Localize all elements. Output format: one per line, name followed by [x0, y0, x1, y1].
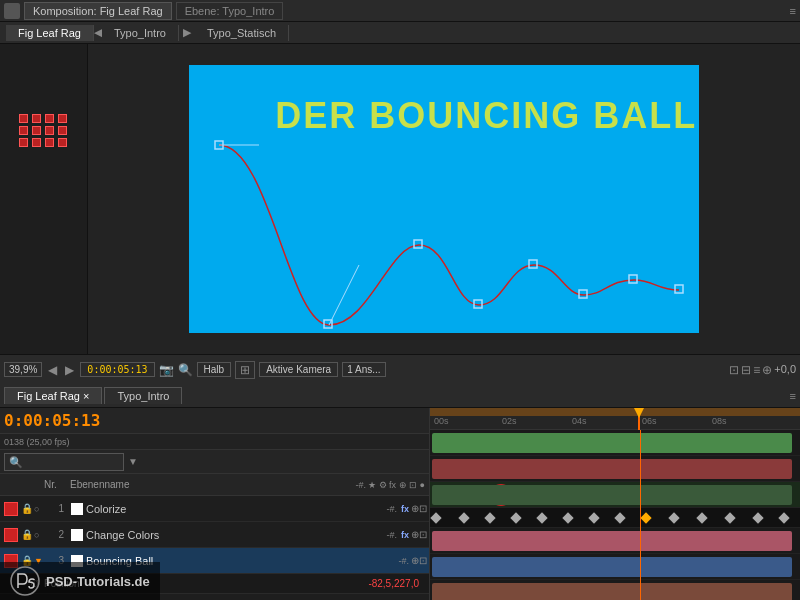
- tl-right-panel: 00s 02s 04s 06s 08s: [430, 408, 800, 600]
- layer-1-star: -#.: [386, 504, 397, 514]
- keyframe-sq-7: [629, 275, 637, 283]
- grid-sq-6: [32, 126, 41, 135]
- top-bar: Komposition: Fig Leaf Rag Ebene: Typo_In…: [0, 0, 800, 22]
- playhead-line-ruler: [638, 408, 640, 430]
- tl-options-btn[interactable]: ≡: [790, 390, 796, 402]
- fps-display: 0138 (25,00 fps): [4, 437, 70, 447]
- tool-icon-4[interactable]: ⊕: [762, 363, 772, 377]
- kf-diamond-current: [640, 512, 651, 523]
- layer-1-solo[interactable]: ○: [34, 504, 46, 514]
- layer-2-white-box: [71, 529, 83, 541]
- col-mode-icon: ★ ⚙ fx ⊕ ⊡ ●: [368, 480, 425, 490]
- arrow-right-icon[interactable]: ▶: [65, 363, 74, 377]
- tl-tab-typointro[interactable]: Typo_Intro: [104, 387, 182, 404]
- keyframe-sq-3: [414, 240, 422, 248]
- comp-tab-typostatisch[interactable]: Typo_Statisch: [195, 25, 289, 41]
- ruler-orange-bar: [430, 408, 800, 416]
- layer-2-star: -#.: [386, 530, 397, 540]
- kf-diamond-10: [696, 512, 707, 523]
- kf-diamond-7: [588, 512, 599, 523]
- layer-search-input[interactable]: [4, 453, 124, 471]
- timecode-display[interactable]: 0:00:05:13: [80, 362, 154, 377]
- kf-diamond-3: [484, 512, 495, 523]
- grid-sq-4: [58, 114, 67, 123]
- track-4: [430, 528, 800, 554]
- ruler-mark-4s: 04s: [572, 416, 587, 426]
- ruler-mark-8s: 08s: [712, 416, 727, 426]
- layer-2-lock[interactable]: 🔒: [20, 529, 34, 540]
- red-squares-grid: [19, 114, 68, 147]
- grid-icon[interactable]: ⊞: [235, 361, 255, 379]
- tab-sep-1: ◀: [94, 26, 102, 39]
- layer-1-lock[interactable]: 🔒: [20, 503, 34, 514]
- track-bar-5: [432, 557, 792, 577]
- layer-2-more: ⊕⊡: [411, 529, 427, 540]
- comp-tab-figleafrag[interactable]: Fig Leaf Rag: [6, 25, 94, 41]
- grid-sq-5: [19, 126, 28, 135]
- layer-3-more: ⊕⊡: [411, 555, 427, 566]
- grid-sq-9: [19, 138, 28, 147]
- kf-diamond-8: [614, 512, 625, 523]
- layer-2-name: Change Colors: [86, 529, 384, 541]
- tl-tab-figleafrag[interactable]: Fig Leaf Rag ×: [4, 387, 102, 404]
- watermark-text: PSD-Tutorials.de: [46, 574, 150, 589]
- tool-icon-1[interactable]: ⊡: [729, 363, 739, 377]
- camera-dropdown[interactable]: Aktive Kamera: [259, 362, 338, 377]
- layer-2-fx: fx: [401, 530, 409, 540]
- layer-2-changecolors[interactable]: 🔒 ○ 2 Change Colors -#. fx ⊕⊡: [0, 522, 429, 548]
- preview-canvas: DER BOUNCING BALL: [88, 44, 800, 354]
- motion-path: [219, 145, 679, 325]
- quality-dropdown[interactable]: Halb: [197, 362, 232, 377]
- layer-1-more: ⊕⊡: [411, 503, 427, 514]
- layer-2-solo[interactable]: ○: [34, 530, 46, 540]
- kf-diamond-9: [668, 512, 679, 523]
- search-row: ▼: [0, 450, 429, 474]
- kf-diamond-2: [458, 512, 469, 523]
- layer-1-name: Colorize: [86, 503, 384, 515]
- tl-tracks: B: [430, 430, 800, 600]
- track-bar-4: [432, 531, 792, 551]
- arrow-left-icon[interactable]: ◀: [48, 363, 57, 377]
- comp-tab-typointro[interactable]: Typo_Intro: [102, 25, 179, 41]
- controls-bar: 39,9% ◀ ▶ 0:00:05:13 📷 🔍 Halb ⊞ Aktive K…: [0, 354, 800, 384]
- search-dropdown-arrow[interactable]: ▼: [128, 456, 138, 467]
- track-bar-6: [432, 583, 792, 600]
- layer-1-fx: fx: [401, 504, 409, 514]
- zoom-dropdown[interactable]: 39,9%: [4, 362, 42, 377]
- timeline-tabs: Fig Leaf Rag × Typo_Intro ≡: [0, 384, 800, 408]
- coord-display: +0,0: [774, 363, 796, 377]
- animation-path-svg: [189, 65, 699, 333]
- col-nr-header: Nr.: [44, 479, 70, 490]
- comp-tab-active[interactable]: Komposition: Fig Leaf Rag: [24, 2, 172, 20]
- app-icon: [4, 3, 20, 19]
- kf-diamond-4: [510, 512, 521, 523]
- grid-sq-12: [58, 138, 67, 147]
- tab-sep-2: ▶: [179, 26, 195, 39]
- track-1: [430, 430, 800, 456]
- view-dropdown[interactable]: 1 Ans...: [342, 362, 385, 377]
- layer-1-colorize[interactable]: 🔒 ○ 1 Colorize -#. fx ⊕⊡: [0, 496, 429, 522]
- col-name-header: Ebenenname: [70, 479, 356, 490]
- options-menu[interactable]: ≡: [790, 5, 796, 17]
- layer-2-color-icon: [4, 528, 18, 542]
- preview-left-panel: [0, 44, 88, 354]
- col-switch-icon: -#.: [356, 480, 367, 490]
- grid-sq-8: [58, 126, 67, 135]
- canvas-inner: DER BOUNCING BALL: [189, 65, 699, 333]
- track-bar-1: [432, 433, 792, 453]
- ruler-mark-0s: 00s: [434, 416, 449, 426]
- watermark: PSD-Tutorials.de: [0, 562, 160, 600]
- svg-point-0: [11, 567, 39, 595]
- current-timecode: 0:00:05:13: [4, 411, 100, 430]
- tool-icon-3[interactable]: ≡: [753, 363, 760, 377]
- layer-tab[interactable]: Ebene: Typo_Intro: [176, 2, 284, 20]
- camera-icon[interactable]: 📷: [159, 363, 174, 377]
- tool-icon-2[interactable]: ⊟: [741, 363, 751, 377]
- track-3: B: [430, 482, 800, 508]
- kf-diamond-5: [536, 512, 547, 523]
- layer-1-nr: 1: [46, 503, 64, 514]
- magnifier-icon[interactable]: 🔍: [178, 363, 193, 377]
- psd-logo: [10, 566, 40, 596]
- grid-sq-7: [45, 126, 54, 135]
- tl-col-headers: Nr. Ebenenname -#. ★ ⚙ fx ⊕ ⊡ ●: [0, 474, 429, 496]
